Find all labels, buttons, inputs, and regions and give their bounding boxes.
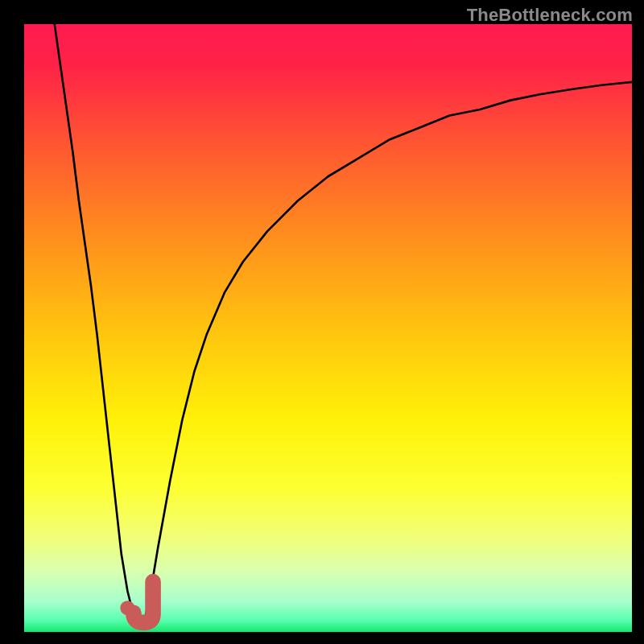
bottleneck-curve (55, 24, 632, 627)
curve-layer (24, 24, 632, 632)
marker-hook-icon (134, 582, 153, 623)
watermark-text: TheBottleneck.com (467, 5, 633, 26)
plot-area (24, 24, 632, 632)
chart-frame: TheBottleneck.com (0, 0, 644, 644)
